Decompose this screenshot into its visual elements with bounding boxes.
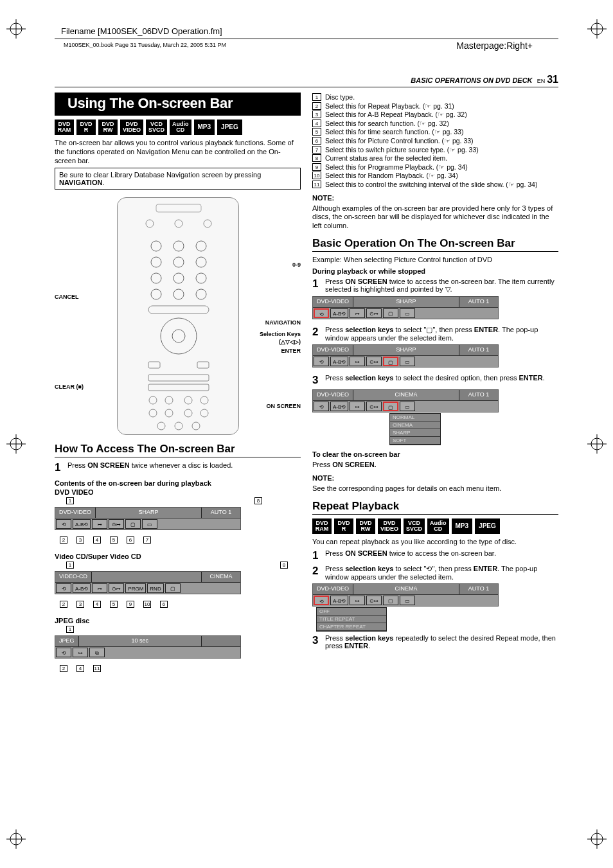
badge: DVDRW — [98, 120, 118, 135]
repeat-title: Repeat Playback — [312, 500, 558, 515]
svg-point-44 — [200, 396, 208, 404]
divider — [55, 39, 558, 39]
right-column: 1Disc type. 2Select this for Repeat Play… — [312, 93, 558, 672]
svg-point-36 — [172, 330, 185, 342]
clear-title: To clear the on-screen bar — [312, 450, 558, 458]
svg-rect-39 — [148, 375, 209, 381]
badge: VCDSVCD — [146, 120, 167, 135]
svg-point-27 — [196, 257, 206, 267]
label-selection-arrows: (△▽◁▷) — [279, 339, 301, 345]
osd-bar-dvd: DVD-VIDEOSHARPAUTO 1 ⟲A-B⟲↦⊙↦▢▭ — [55, 507, 241, 530]
svg-point-30 — [196, 273, 206, 283]
label-navigation: NAVIGATION — [265, 319, 301, 326]
basic-op-title: Basic Operation On The On-screen Bar — [312, 237, 558, 252]
note2-label: NOTE: — [312, 474, 558, 482]
page-number: 31 — [547, 74, 558, 85]
repeat-intro: You can repeat playback as you like acco… — [312, 538, 558, 547]
jpeg-label: JPEG disc — [55, 617, 301, 624]
basic-example: Example: When selecting Picture Control … — [312, 256, 558, 265]
osd-dropdown: NORMAL CINEMA SHARP SOFT — [389, 413, 441, 445]
format-badges: DVDRAM DVDR DVDRW DVDVIDEO VCDSVCD Audio… — [55, 120, 301, 135]
svg-point-26 — [173, 257, 184, 267]
running-head: BASIC OPERATIONS ON DVD DECK EN 31 — [55, 74, 558, 87]
svg-point-28 — [151, 273, 161, 283]
howto-title: How To Access The On-screen Bar — [55, 443, 301, 457]
callout-list: 1Disc type. 2Select this for Repeat Play… — [312, 93, 558, 189]
osd-repeat-dropdown: OFF TITLE REPEAT CHAPTER REPEAT — [316, 607, 387, 632]
badge: DVDVIDEO — [120, 120, 143, 135]
badge: DVDR — [76, 120, 96, 135]
osd-step1: DVD-VIDEOSHARPAUTO 1 ⟲A-B⟲↦⊙↦▢▭ — [312, 296, 499, 319]
svg-point-31 — [151, 289, 161, 299]
label-numbers: 0-9 — [292, 261, 301, 268]
crop-mark-icon — [6, 434, 26, 454]
badge: DVDRAM — [55, 120, 74, 135]
remote-image — [117, 197, 239, 435]
svg-point-41 — [149, 396, 157, 404]
left-column: Using The On-screen Bar DVDRAM DVDR DVDR… — [55, 93, 301, 672]
svg-point-23 — [173, 241, 184, 251]
vcd-label: Video CD/Super Video CD — [55, 553, 301, 560]
svg-point-43 — [184, 396, 192, 404]
svg-point-24 — [196, 241, 206, 251]
crop-mark-icon — [587, 19, 607, 39]
running-title: BASIC OPERATIONS ON DVD DECK — [411, 76, 532, 84]
osd-step3: DVD-VIDEOCINEMAAUTO 1 ⟲A-B⟲↦⊙↦▢▭ — [312, 389, 499, 412]
label-clear: CLEAR (■) — [55, 384, 84, 390]
svg-rect-40 — [148, 384, 209, 391]
svg-point-48 — [200, 409, 208, 417]
label-enter: ENTER — [281, 348, 301, 354]
contents-title: Contents of the on-screen bar during pla… — [55, 479, 301, 487]
svg-point-47 — [184, 409, 192, 417]
running-lang: EN — [537, 78, 546, 84]
svg-point-33 — [196, 289, 206, 299]
osd-bar-jpeg: JPEG10 sec ⟲↦⧉ — [55, 635, 241, 659]
svg-point-35 — [161, 318, 197, 354]
osd-repeat: DVD-VIDEOCINEMAAUTO 1 ⟲A-B⟲↦⊙↦▢▭ — [312, 583, 499, 607]
svg-point-49 — [157, 422, 165, 430]
page: Filename [M100SEK_06DVD Operation.fm] M1… — [55, 22, 558, 829]
note-box: Be sure to clear Library Database Naviga… — [55, 168, 301, 190]
masterpage-label: Masterpage:Right+ — [456, 40, 533, 51]
svg-point-21 — [204, 220, 211, 227]
badge: MP3 — [194, 120, 215, 135]
svg-rect-37 — [148, 362, 160, 368]
svg-point-29 — [173, 273, 184, 283]
crop-mark-icon — [6, 19, 26, 39]
filename-header: Filename [M100SEK_06DVD Operation.fm] — [55, 22, 558, 37]
section-title: Using The On-screen Bar — [55, 93, 301, 116]
svg-rect-34 — [148, 306, 209, 314]
svg-point-45 — [149, 409, 157, 417]
intro-text: The on-screen bar allows you to control … — [55, 139, 301, 165]
svg-point-32 — [173, 289, 184, 299]
crop-mark-icon — [587, 434, 607, 454]
remote-diagram: 0-9 CANCEL NAVIGATION Selection Keys (△▽… — [55, 197, 301, 435]
svg-point-19 — [146, 220, 154, 227]
dvd-video-label: DVD VIDEO — [55, 488, 301, 496]
label-selection-keys: Selection Keys — [260, 331, 301, 337]
svg-point-20 — [175, 220, 182, 227]
svg-point-25 — [151, 257, 161, 267]
svg-point-42 — [165, 396, 173, 404]
note-text: Although examples of the on-screen bar a… — [312, 204, 558, 231]
badge: AudioCD — [170, 120, 191, 135]
note2-text: See the corresponding pages for details … — [312, 484, 558, 493]
crop-mark-icon — [6, 829, 26, 849]
osd-step2: DVD-VIDEOSHARPAUTO 1 ⟲A-B⟲↦⊙↦▢▭ — [312, 344, 499, 368]
note-label: NOTE: — [312, 194, 558, 202]
crop-mark-icon — [587, 829, 607, 849]
svg-rect-38 — [197, 362, 209, 368]
svg-rect-18 — [156, 204, 201, 212]
repeat-badges: DVDRAM DVDR DVDRW DVDVIDEO VCDSVCD Audio… — [312, 518, 558, 534]
step: 1 Press ON SCREEN twice whenever a disc … — [55, 461, 301, 474]
label-onscreen: ON SCREEN — [266, 403, 301, 409]
osd-bar-vcd: VIDEO-CDCINEMA ⟲A-B⟲↦⊙↦PRGMRND▢ — [55, 571, 241, 594]
label-cancel: CANCEL — [55, 294, 79, 300]
svg-point-46 — [165, 409, 173, 417]
badge: JPEG — [217, 120, 242, 135]
svg-point-50 — [175, 422, 182, 430]
svg-point-51 — [192, 422, 200, 430]
svg-point-22 — [151, 241, 161, 251]
during-label: During playback or while stopped — [312, 267, 558, 275]
